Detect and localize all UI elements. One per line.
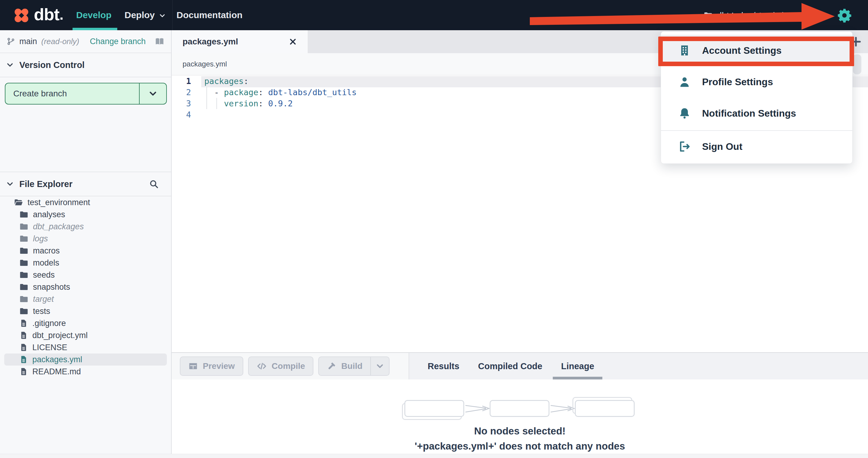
tree-item--gitignore[interactable]: .gitignore <box>4 317 167 329</box>
tab-compiled-code[interactable]: Compiled Code <box>470 353 551 380</box>
tree-item-label: tests <box>33 307 50 316</box>
branch-readonly-label: (read-only) <box>41 37 80 46</box>
menu-item-sign-out[interactable]: Sign Out <box>661 132 852 161</box>
folder-icon <box>19 246 28 255</box>
tree-item-label: README.md <box>32 367 81 377</box>
tree-item-packages-yml[interactable]: packages.yml <box>4 354 167 365</box>
tree-item-logs[interactable]: logs <box>4 233 167 245</box>
tree-item-dbt-packages[interactable]: dbt_packages <box>4 221 167 233</box>
trademark-dot <box>60 18 63 20</box>
menu-item-label: Profile Settings <box>702 76 773 88</box>
folder-icon <box>19 222 28 231</box>
tree-item-license[interactable]: LICENSE <box>4 341 167 354</box>
code-line-3: version: 0.9.2 <box>204 98 356 109</box>
menu-divider <box>661 130 852 131</box>
lineage-node <box>490 400 550 417</box>
indent-guide <box>216 98 217 109</box>
gear-icon[interactable] <box>837 7 852 23</box>
folder-open-icon <box>14 198 23 207</box>
file-icon <box>19 343 28 352</box>
nav-deploy[interactable]: Deploy <box>125 0 166 30</box>
compile-button[interactable]: Compile <box>248 357 313 376</box>
active-nav-underline <box>72 28 117 30</box>
account-project-breadcrumb[interactable]: dbt Labs / Analytics <box>717 0 793 30</box>
building-icon <box>678 44 691 57</box>
tree-item-models[interactable]: models <box>4 257 167 269</box>
tree-item-tests[interactable]: tests <box>4 305 167 317</box>
top-navigation-bar: dbt Develop Deploy Documentation dbt Lab… <box>0 0 868 30</box>
tab-lineage[interactable]: Lineage <box>553 353 602 380</box>
tree-item-label: macros <box>33 246 60 256</box>
folder-icon <box>19 307 28 316</box>
lineage-selector-message: '+packages.yml+' does not match any node… <box>172 440 868 452</box>
search-icon[interactable] <box>149 179 159 189</box>
tree-item-analyses[interactable]: analyses <box>4 208 167 221</box>
line-number: 3 <box>172 98 196 109</box>
menu-item-account-settings[interactable]: Account Settings <box>661 35 852 66</box>
tab-packages-yml[interactable]: packages.yml <box>172 30 308 53</box>
menu-item-profile-settings[interactable]: Profile Settings <box>661 66 852 98</box>
indent-guide <box>207 87 207 109</box>
docs-book-icon[interactable] <box>155 37 164 46</box>
dbt-logo-icon[interactable] <box>12 6 31 25</box>
tab-label: packages.yml <box>183 37 238 46</box>
panel-vertical-divider <box>409 353 409 380</box>
tree-item-readme-md[interactable]: README.md <box>4 365 167 378</box>
user-settings-menu: Account SettingsProfile SettingsNotifica… <box>661 31 852 164</box>
button-label: Build <box>341 361 362 371</box>
lineage-empty-message: No nodes selected! <box>172 425 868 437</box>
lineage-node <box>404 400 464 417</box>
tree-item-label: target <box>33 295 54 304</box>
change-branch-link[interactable]: Change branch <box>90 37 146 46</box>
build-button[interactable]: Build <box>318 357 390 376</box>
chevron-down-icon <box>5 179 14 189</box>
folder-icon <box>19 270 28 280</box>
bell-icon <box>678 107 691 120</box>
tree-item-macros[interactable]: macros <box>4 245 167 257</box>
line-number: 4 <box>172 109 196 120</box>
tree-item-label: models <box>33 258 59 268</box>
tree-item-test-environment[interactable]: test_environment <box>4 196 167 208</box>
version-control-header[interactable]: Version Control <box>0 53 171 77</box>
file-explorer-header[interactable]: File Explorer <box>0 172 171 196</box>
chevron-down-icon <box>158 12 166 20</box>
tree-item-snapshots[interactable]: snapshots <box>4 281 167 293</box>
nav-documentation[interactable]: Documentation <box>177 0 242 30</box>
code-line-1: packages: <box>204 75 356 87</box>
close-icon[interactable] <box>289 38 297 45</box>
tree-item-seeds[interactable]: seeds <box>4 269 167 281</box>
version-control-title: Version Control <box>19 60 85 70</box>
dbt-wordmark: dbt <box>34 0 63 30</box>
branch-name: main <box>19 37 37 46</box>
file-explorer-title: File Explorer <box>19 179 72 189</box>
preview-button[interactable]: Preview <box>180 357 243 376</box>
code-line-2: - package: dbt-labs/dbt_utils <box>204 87 356 98</box>
tree-item-label: dbt_project.yml <box>32 331 88 340</box>
tree-item-target[interactable]: target <box>4 293 167 305</box>
dbt-cloud-ide: dbt Develop Deploy Documentation dbt Lab… <box>0 0 868 458</box>
build-options-caret[interactable] <box>370 357 389 375</box>
folder-icon <box>19 283 28 292</box>
breadcrumb: packages.yml <box>183 60 227 68</box>
create-branch-button[interactable]: Create branch <box>5 83 167 104</box>
tab-results[interactable]: Results <box>420 353 468 380</box>
tree-item-label: dbt_packages <box>33 222 84 231</box>
scrollbar-thumb[interactable] <box>853 54 861 74</box>
code-line-4 <box>204 109 356 120</box>
tree-item-label: snapshots <box>33 283 70 292</box>
lineage-panel: No nodes selected! '+packages.yml+' does… <box>172 380 868 454</box>
code-lines: packages: - package: dbt-labs/dbt_utils … <box>204 75 356 120</box>
tree-item-dbt-project-yml[interactable]: dbt_project.yml <box>4 329 167 341</box>
lineage-node <box>575 400 635 417</box>
create-branch-caret[interactable] <box>139 84 166 104</box>
help-icon[interactable] <box>817 11 827 21</box>
hammer-icon <box>327 361 336 371</box>
folder-icon <box>19 295 28 304</box>
tree-item-label: .gitignore <box>32 319 66 328</box>
menu-item-notification-settings[interactable]: Notification Settings <box>661 98 852 129</box>
nav-develop[interactable]: Develop <box>76 0 112 30</box>
create-branch-label: Create branch <box>5 84 139 104</box>
code-icon <box>256 361 267 371</box>
person-icon <box>678 75 691 89</box>
menu-item-label: Sign Out <box>702 141 742 152</box>
